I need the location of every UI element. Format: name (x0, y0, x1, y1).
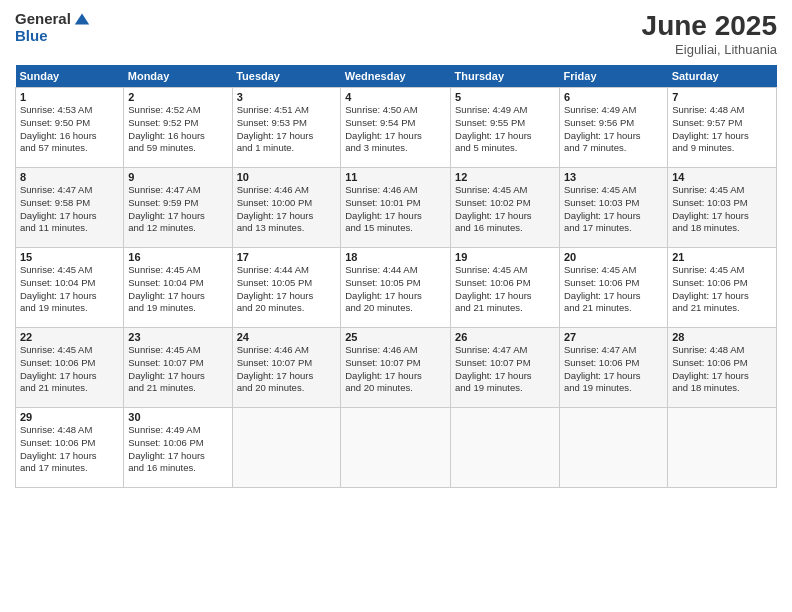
day-cell-5: 5Sunrise: 4:49 AM Sunset: 9:55 PM Daylig… (451, 88, 560, 168)
day-info: Sunrise: 4:53 AM Sunset: 9:50 PM Dayligh… (20, 104, 119, 155)
day-info: Sunrise: 4:49 AM Sunset: 9:55 PM Dayligh… (455, 104, 555, 155)
svg-marker-0 (75, 14, 89, 25)
day-cell-7: 7Sunrise: 4:48 AM Sunset: 9:57 PM Daylig… (668, 88, 777, 168)
location: Eiguliai, Lithuania (642, 42, 777, 57)
day-cell-12: 12Sunrise: 4:45 AM Sunset: 10:02 PM Dayl… (451, 168, 560, 248)
day-info: Sunrise: 4:47 AM Sunset: 10:06 PM Daylig… (564, 344, 663, 395)
day-info: Sunrise: 4:47 AM Sunset: 9:58 PM Dayligh… (20, 184, 119, 235)
day-info: Sunrise: 4:47 AM Sunset: 10:07 PM Daylig… (455, 344, 555, 395)
day-number: 25 (345, 331, 446, 343)
day-number: 17 (237, 251, 337, 263)
day-cell-14: 14Sunrise: 4:45 AM Sunset: 10:03 PM Dayl… (668, 168, 777, 248)
day-cell-21: 21Sunrise: 4:45 AM Sunset: 10:06 PM Dayl… (668, 248, 777, 328)
week-row-1: 1Sunrise: 4:53 AM Sunset: 9:50 PM Daylig… (16, 88, 777, 168)
day-info: Sunrise: 4:45 AM Sunset: 10:02 PM Daylig… (455, 184, 555, 235)
day-cell-3: 3Sunrise: 4:51 AM Sunset: 9:53 PM Daylig… (232, 88, 341, 168)
day-number: 12 (455, 171, 555, 183)
header-day-tuesday: Tuesday (232, 65, 341, 88)
day-number: 5 (455, 91, 555, 103)
day-number: 19 (455, 251, 555, 263)
day-number: 7 (672, 91, 772, 103)
day-info: Sunrise: 4:48 AM Sunset: 10:06 PM Daylig… (672, 344, 772, 395)
week-row-5: 29Sunrise: 4:48 AM Sunset: 10:06 PM Dayl… (16, 408, 777, 488)
header: General Blue June 2025 Eiguliai, Lithuan… (15, 10, 777, 57)
logo-icon (73, 10, 91, 28)
day-info: Sunrise: 4:45 AM Sunset: 10:06 PM Daylig… (564, 264, 663, 315)
day-number: 22 (20, 331, 119, 343)
day-info: Sunrise: 4:45 AM Sunset: 10:06 PM Daylig… (672, 264, 772, 315)
day-cell-28: 28Sunrise: 4:48 AM Sunset: 10:06 PM Dayl… (668, 328, 777, 408)
day-number: 14 (672, 171, 772, 183)
logo-blue-text: Blue (15, 28, 91, 45)
title-block: June 2025 Eiguliai, Lithuania (642, 10, 777, 57)
day-info: Sunrise: 4:52 AM Sunset: 9:52 PM Dayligh… (128, 104, 227, 155)
month-title: June 2025 (642, 10, 777, 42)
day-number: 15 (20, 251, 119, 263)
day-info: Sunrise: 4:45 AM Sunset: 10:04 PM Daylig… (20, 264, 119, 315)
header-row: SundayMondayTuesdayWednesdayThursdayFrid… (16, 65, 777, 88)
day-number: 29 (20, 411, 119, 423)
day-cell-9: 9Sunrise: 4:47 AM Sunset: 9:59 PM Daylig… (124, 168, 232, 248)
day-info: Sunrise: 4:46 AM Sunset: 10:01 PM Daylig… (345, 184, 446, 235)
day-info: Sunrise: 4:46 AM Sunset: 10:00 PM Daylig… (237, 184, 337, 235)
day-cell-13: 13Sunrise: 4:45 AM Sunset: 10:03 PM Dayl… (560, 168, 668, 248)
day-number: 4 (345, 91, 446, 103)
day-info: Sunrise: 4:49 AM Sunset: 9:56 PM Dayligh… (564, 104, 663, 155)
day-cell-24: 24Sunrise: 4:46 AM Sunset: 10:07 PM Dayl… (232, 328, 341, 408)
header-day-monday: Monday (124, 65, 232, 88)
day-number: 23 (128, 331, 227, 343)
day-number: 20 (564, 251, 663, 263)
day-info: Sunrise: 4:44 AM Sunset: 10:05 PM Daylig… (345, 264, 446, 315)
week-row-4: 22Sunrise: 4:45 AM Sunset: 10:06 PM Dayl… (16, 328, 777, 408)
header-day-saturday: Saturday (668, 65, 777, 88)
day-info: Sunrise: 4:45 AM Sunset: 10:03 PM Daylig… (672, 184, 772, 235)
day-number: 11 (345, 171, 446, 183)
day-number: 6 (564, 91, 663, 103)
header-day-thursday: Thursday (451, 65, 560, 88)
week-row-2: 8Sunrise: 4:47 AM Sunset: 9:58 PM Daylig… (16, 168, 777, 248)
week-row-3: 15Sunrise: 4:45 AM Sunset: 10:04 PM Dayl… (16, 248, 777, 328)
day-number: 21 (672, 251, 772, 263)
empty-cell (341, 408, 451, 488)
day-info: Sunrise: 4:46 AM Sunset: 10:07 PM Daylig… (237, 344, 337, 395)
calendar-table: SundayMondayTuesdayWednesdayThursdayFrid… (15, 65, 777, 488)
day-info: Sunrise: 4:45 AM Sunset: 10:07 PM Daylig… (128, 344, 227, 395)
day-number: 8 (20, 171, 119, 183)
day-info: Sunrise: 4:45 AM Sunset: 10:06 PM Daylig… (455, 264, 555, 315)
day-info: Sunrise: 4:47 AM Sunset: 9:59 PM Dayligh… (128, 184, 227, 235)
empty-cell (560, 408, 668, 488)
empty-cell (668, 408, 777, 488)
day-cell-2: 2Sunrise: 4:52 AM Sunset: 9:52 PM Daylig… (124, 88, 232, 168)
day-info: Sunrise: 4:45 AM Sunset: 10:06 PM Daylig… (20, 344, 119, 395)
day-cell-20: 20Sunrise: 4:45 AM Sunset: 10:06 PM Dayl… (560, 248, 668, 328)
day-cell-1: 1Sunrise: 4:53 AM Sunset: 9:50 PM Daylig… (16, 88, 124, 168)
day-number: 3 (237, 91, 337, 103)
day-number: 26 (455, 331, 555, 343)
day-cell-10: 10Sunrise: 4:46 AM Sunset: 10:00 PM Dayl… (232, 168, 341, 248)
day-cell-18: 18Sunrise: 4:44 AM Sunset: 10:05 PM Dayl… (341, 248, 451, 328)
day-number: 30 (128, 411, 227, 423)
day-number: 1 (20, 91, 119, 103)
day-cell-6: 6Sunrise: 4:49 AM Sunset: 9:56 PM Daylig… (560, 88, 668, 168)
day-info: Sunrise: 4:46 AM Sunset: 10:07 PM Daylig… (345, 344, 446, 395)
day-number: 10 (237, 171, 337, 183)
day-info: Sunrise: 4:44 AM Sunset: 10:05 PM Daylig… (237, 264, 337, 315)
day-number: 27 (564, 331, 663, 343)
day-number: 16 (128, 251, 227, 263)
day-cell-30: 30Sunrise: 4:49 AM Sunset: 10:06 PM Dayl… (124, 408, 232, 488)
day-cell-22: 22Sunrise: 4:45 AM Sunset: 10:06 PM Dayl… (16, 328, 124, 408)
logo: General Blue (15, 10, 91, 45)
day-number: 2 (128, 91, 227, 103)
day-number: 13 (564, 171, 663, 183)
day-cell-11: 11Sunrise: 4:46 AM Sunset: 10:01 PM Dayl… (341, 168, 451, 248)
day-cell-8: 8Sunrise: 4:47 AM Sunset: 9:58 PM Daylig… (16, 168, 124, 248)
header-day-sunday: Sunday (16, 65, 124, 88)
day-info: Sunrise: 4:48 AM Sunset: 9:57 PM Dayligh… (672, 104, 772, 155)
day-number: 28 (672, 331, 772, 343)
day-cell-29: 29Sunrise: 4:48 AM Sunset: 10:06 PM Dayl… (16, 408, 124, 488)
empty-cell (451, 408, 560, 488)
day-info: Sunrise: 4:45 AM Sunset: 10:04 PM Daylig… (128, 264, 227, 315)
day-info: Sunrise: 4:45 AM Sunset: 10:03 PM Daylig… (564, 184, 663, 235)
day-info: Sunrise: 4:48 AM Sunset: 10:06 PM Daylig… (20, 424, 119, 475)
day-cell-26: 26Sunrise: 4:47 AM Sunset: 10:07 PM Dayl… (451, 328, 560, 408)
